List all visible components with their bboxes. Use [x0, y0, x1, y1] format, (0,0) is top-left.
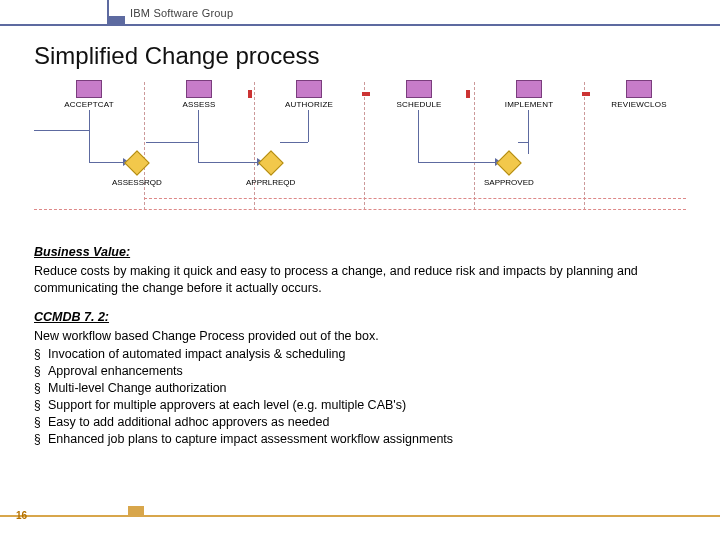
header-tab — [107, 16, 125, 26]
stage-label: AUTHORIZE — [262, 100, 356, 109]
diagram-baseline — [34, 209, 686, 210]
header-group-label: IBM Software Group — [130, 7, 233, 19]
marker — [248, 90, 252, 98]
business-value-section: Business Value: Reduce costs by making i… — [34, 244, 686, 297]
stage: REVIEWCLOS — [592, 80, 686, 109]
ccmdb-intro: New workflow based Change Process provid… — [34, 328, 686, 345]
connector — [34, 130, 89, 131]
marker — [582, 92, 590, 96]
decision-node — [258, 150, 283, 175]
separator — [144, 82, 145, 210]
feature-item: Enhanced job plans to capture impact ass… — [34, 431, 686, 448]
decision-label: SAPPROVED — [484, 178, 534, 187]
separator — [364, 82, 365, 210]
footer: 16 — [0, 506, 720, 528]
decision-label: ASSESSRQD — [112, 178, 162, 187]
stage-node — [186, 80, 212, 98]
stage-node — [76, 80, 102, 98]
stage: ACCEPTCAT — [42, 80, 136, 109]
connector — [518, 142, 528, 143]
stage: ASSESS — [152, 80, 246, 109]
body-text: Business Value: Reduce costs by making i… — [34, 244, 686, 448]
stage-label: ACCEPTCAT — [42, 100, 136, 109]
connector — [418, 110, 419, 162]
stage-label: REVIEWCLOS — [592, 100, 686, 109]
feature-item: Invocation of automated impact analysis … — [34, 346, 686, 363]
connector — [418, 162, 496, 163]
marker — [362, 92, 370, 96]
stage-label: ASSESS — [152, 100, 246, 109]
footer-rule — [0, 515, 720, 517]
feature-item: Approval enhancements — [34, 363, 686, 380]
feature-list: Invocation of automated impact analysis … — [34, 346, 686, 447]
stage-node — [626, 80, 652, 98]
page-number: 16 — [16, 510, 27, 521]
connector — [89, 110, 90, 162]
connector — [280, 142, 308, 143]
stage: SCHEDULE — [372, 80, 466, 109]
header: IBM Software Group — [0, 0, 720, 26]
separator — [254, 82, 255, 210]
stage-node — [296, 80, 322, 98]
feature-item: Support for multiple approvers at each l… — [34, 397, 686, 414]
separator — [584, 82, 585, 210]
connector — [146, 142, 198, 143]
stage-node — [516, 80, 542, 98]
connector — [198, 110, 199, 162]
business-value-heading: Business Value: — [34, 244, 686, 261]
decision-node — [124, 150, 149, 175]
stage: AUTHORIZE — [262, 80, 356, 109]
page-title: Simplified Change process — [34, 42, 720, 70]
connector — [198, 162, 258, 163]
business-value-text: Reduce costs by making it quick and easy… — [34, 263, 686, 297]
separator — [474, 82, 475, 210]
stage-label: IMPLEMENT — [482, 100, 576, 109]
diagram-baseline — [144, 198, 686, 199]
feature-item: Multi-level Change authorization — [34, 380, 686, 397]
decision-label: APPRLREQD — [246, 178, 295, 187]
marker — [466, 90, 470, 98]
slide: IBM Software Group Simplified Change pro… — [0, 0, 720, 540]
ccmdb-heading: CCMDB 7. 2: — [34, 309, 686, 326]
workflow-diagram: ACCEPTCAT ASSESS AUTHORIZE SCHEDULE IMPL… — [34, 80, 686, 230]
ccmdb-section: CCMDB 7. 2: New workflow based Change Pr… — [34, 309, 686, 448]
footer-tab — [128, 506, 144, 517]
connector — [89, 162, 124, 163]
decision-node — [496, 150, 521, 175]
stage-node — [406, 80, 432, 98]
stage: IMPLEMENT — [482, 80, 576, 109]
feature-item: Easy to add additional adhoc approvers a… — [34, 414, 686, 431]
connector — [528, 110, 529, 154]
connector — [308, 110, 309, 142]
stage-label: SCHEDULE — [372, 100, 466, 109]
